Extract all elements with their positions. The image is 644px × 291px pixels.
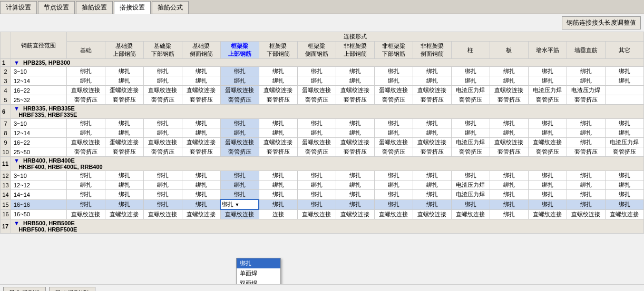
- cell-12-0[interactable]: 绑扎: [66, 171, 105, 180]
- cell-15-5[interactable]: 绑扎: [259, 199, 297, 209]
- cell-10-6[interactable]: 套管挤压: [297, 147, 336, 157]
- cell-13-4[interactable]: 绑扎: [220, 180, 259, 190]
- cell-12-5[interactable]: 绑扎: [259, 171, 297, 180]
- cell-14-11[interactable]: 绑扎: [490, 190, 528, 200]
- tab-calculate[interactable]: 计算设置: [0, 1, 37, 14]
- cell-14-6[interactable]: 绑扎: [297, 190, 336, 200]
- cell-8-11[interactable]: 绑扎: [490, 128, 528, 138]
- cell-5-5[interactable]: 套管挤压: [259, 95, 297, 105]
- cell-13-1[interactable]: 绑扎: [105, 180, 143, 190]
- cell-2-7[interactable]: 绑扎: [336, 67, 374, 76]
- cell-3-5[interactable]: 绑扎: [259, 76, 297, 86]
- cell-14-3[interactable]: 绑扎: [182, 190, 220, 200]
- cell-13-0[interactable]: 绑扎: [66, 180, 105, 190]
- cell-7-0[interactable]: 绑扎: [66, 119, 105, 128]
- cell-14-4[interactable]: 绑扎: [220, 190, 259, 200]
- cell-5-2[interactable]: 套管挤压: [143, 95, 182, 105]
- cell-7-10[interactable]: 绑扎: [451, 119, 490, 128]
- cell-4-8[interactable]: 蛋螺纹连接: [374, 86, 413, 95]
- cell-3-11[interactable]: 绑扎: [490, 76, 528, 86]
- cell-16-11[interactable]: 绑扎: [490, 209, 528, 219]
- table-container[interactable]: 钢筋直径范围 连接形式 基础 基础梁上部钢筋 基础梁下部钢筋 基础梁侧面钢筋 框…: [0, 32, 644, 284]
- cell-14-10[interactable]: 电渣压力焊: [451, 190, 490, 200]
- cell-10-1[interactable]: 套管挤压: [105, 147, 143, 157]
- cell-8-2[interactable]: 绑扎: [143, 128, 182, 138]
- cell-2-1[interactable]: 绑扎: [105, 67, 143, 76]
- cell-16-14[interactable]: 直螺纹连接: [605, 209, 643, 219]
- cell-8-5[interactable]: 绑扎: [259, 128, 297, 138]
- cell-14-8[interactable]: 绑扎: [374, 190, 413, 200]
- cell-10-0[interactable]: 套管挤压: [66, 147, 105, 157]
- dropdown-arrow-icon[interactable]: ▼: [235, 202, 239, 207]
- cell-4-14[interactable]: [605, 86, 643, 95]
- cell-9-3[interactable]: 直螺纹连接: [182, 138, 220, 147]
- cell-8-3[interactable]: 绑扎: [182, 128, 220, 138]
- cell-10-2[interactable]: 套管挤压: [143, 147, 182, 157]
- cell-2-8[interactable]: 绑扎: [374, 67, 413, 76]
- cell-9-5[interactable]: 直螺纹连接: [259, 138, 297, 147]
- cell-16-4[interactable]: 直螺纹连接: [220, 209, 259, 219]
- cell-15-12[interactable]: 绑扎: [528, 199, 567, 209]
- cell-4-1[interactable]: 蛋螺纹连接: [105, 86, 143, 95]
- cell-3-1[interactable]: 绑扎: [105, 76, 143, 86]
- cell-8-12[interactable]: 绑扎: [528, 128, 567, 138]
- cell-10-11[interactable]: 套管挤压: [490, 147, 528, 157]
- cell-2-0[interactable]: 绑扎: [66, 67, 105, 76]
- cell-16-9[interactable]: 直螺纹连接: [413, 209, 451, 219]
- cell-2-12[interactable]: 绑扎: [528, 67, 567, 76]
- cell-5-0[interactable]: 套管挤压: [66, 95, 105, 105]
- cell-12-11[interactable]: 绑扎: [490, 171, 528, 180]
- cell-2-3[interactable]: 绑扎: [182, 67, 220, 76]
- cell-4-12[interactable]: 电渣压力焊: [528, 86, 567, 95]
- tab-formula[interactable]: 箍筋公式: [152, 1, 189, 14]
- cell-7-1[interactable]: 绑扎: [105, 119, 143, 128]
- cell-5-3[interactable]: 套管挤压: [182, 95, 220, 105]
- cell-4-13[interactable]: 电渣压力焊: [567, 86, 605, 95]
- cell-5-12[interactable]: 套管挤压: [528, 95, 567, 105]
- cell-12-7[interactable]: 绑扎: [336, 171, 374, 180]
- cell-9-4[interactable]: 蛋螺纹连接: [220, 138, 259, 147]
- cell-12-2[interactable]: 绑扎: [143, 171, 182, 180]
- cell-7-12[interactable]: 绑扎: [528, 119, 567, 128]
- dropdown-item-bangzha[interactable]: 绑扎: [237, 258, 280, 268]
- cell-10-3[interactable]: 套管挤压: [182, 147, 220, 157]
- cell-16-12[interactable]: 直螺纹连接: [528, 209, 567, 219]
- cell-15-2[interactable]: 绑扎: [143, 199, 182, 209]
- cell-16-6[interactable]: 直螺纹连接: [297, 209, 336, 219]
- cell-5-8[interactable]: 套管挤压: [374, 95, 413, 105]
- cell-12-10[interactable]: 绑扎: [451, 171, 490, 180]
- cell-5-13[interactable]: 套管挤压: [567, 95, 605, 105]
- cell-15-0[interactable]: 绑扎: [66, 199, 105, 209]
- cell-2-14[interactable]: 绑扎: [605, 67, 643, 76]
- cell-12-6[interactable]: 绑扎: [297, 171, 336, 180]
- cell-3-6[interactable]: 绑扎: [297, 76, 336, 86]
- cell-5-14[interactable]: [605, 95, 643, 105]
- cell-5-4[interactable]: 套管挤压: [220, 95, 259, 105]
- cell-2-9[interactable]: 绑扎: [413, 67, 451, 76]
- export-rules-button[interactable]: 导出规则(O): [49, 287, 95, 291]
- cell-9-8[interactable]: 蛋螺纹连接: [374, 138, 413, 147]
- cell-16-13[interactable]: 直螺纹连接: [567, 209, 605, 219]
- cell-7-6[interactable]: 绑扎: [297, 119, 336, 128]
- cell-12-14[interactable]: 绑扎: [605, 171, 643, 180]
- cell-10-12[interactable]: 套管挤压: [528, 147, 567, 157]
- cell-4-7[interactable]: 直螺纹连接: [336, 86, 374, 95]
- cell-13-9[interactable]: 绑扎: [413, 180, 451, 190]
- cell-10-5[interactable]: 套管挤压: [259, 147, 297, 157]
- cell-8-1[interactable]: 绑扎: [105, 128, 143, 138]
- cell-14-13[interactable]: 绑扎: [567, 190, 605, 200]
- cell-2-11[interactable]: 绑扎: [490, 67, 528, 76]
- cell-9-13[interactable]: 绑扎: [567, 138, 605, 147]
- cell-9-7[interactable]: 直螺纹连接: [336, 138, 374, 147]
- cell-8-9[interactable]: 绑扎: [413, 128, 451, 138]
- cell-9-1[interactable]: 蛋螺纹连接: [105, 138, 143, 147]
- cell-2-4[interactable]: 绑扎: [220, 67, 259, 76]
- cell-13-7[interactable]: 绑扎: [336, 180, 374, 190]
- cell-9-9[interactable]: 直螺纹连接: [413, 138, 451, 147]
- cell-7-4[interactable]: 绑扎: [220, 119, 259, 128]
- cell-7-11[interactable]: 绑扎: [490, 119, 528, 128]
- cell-7-3[interactable]: 绑扎: [182, 119, 220, 128]
- cell-3-0[interactable]: 绑扎: [66, 76, 105, 86]
- cell-14-0[interactable]: 绑扎: [66, 190, 105, 200]
- cell-5-9[interactable]: 套管挤压: [413, 95, 451, 105]
